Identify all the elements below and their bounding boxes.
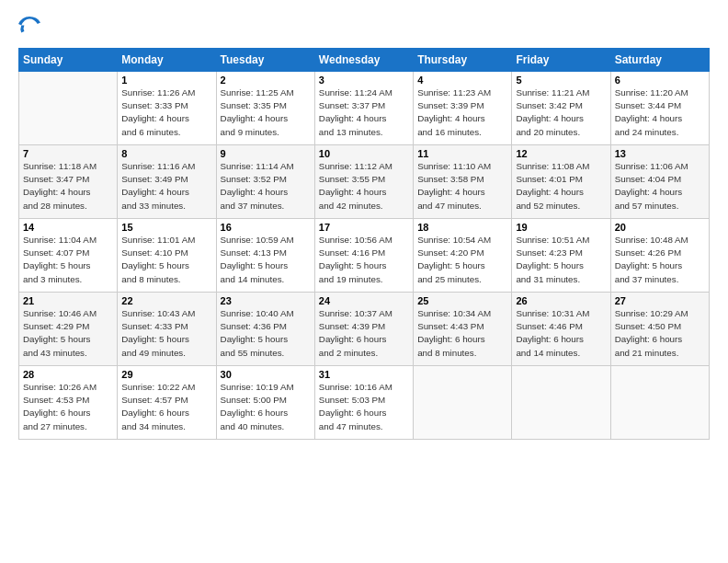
logo-icon: [18, 17, 40, 39]
calendar-header: SundayMondayTuesdayWednesdayThursdayFrid…: [19, 49, 710, 72]
calendar-cell: 29Sunrise: 10:22 AMSunset: 4:57 PMDaylig…: [118, 366, 216, 440]
day-info: Sunrise: 10:19 AMSunset: 5:00 PMDaylight…: [221, 381, 311, 433]
calendar-cell: 12Sunrise: 11:08 AMSunset: 4:01 PMDaylig…: [512, 145, 610, 219]
calendar-cell: 23Sunrise: 10:40 AMSunset: 4:36 PMDaylig…: [216, 293, 314, 366]
calendar-week-row: 21Sunrise: 10:46 AMSunset: 4:29 PMDaylig…: [19, 293, 710, 366]
calendar-cell: [610, 366, 709, 440]
calendar-week-row: 28Sunrise: 10:26 AMSunset: 4:53 PMDaylig…: [19, 366, 710, 440]
day-number: 3: [319, 75, 409, 86]
calendar-cell: 4Sunrise: 11:23 AMSunset: 3:39 PMDayligh…: [414, 72, 512, 145]
day-number: 17: [319, 222, 409, 233]
calendar-cell: 16Sunrise: 10:59 AMSunset: 4:13 PMDaylig…: [216, 219, 314, 293]
day-info: Sunrise: 10:29 AMSunset: 4:50 PMDaylight…: [615, 307, 705, 360]
calendar-cell: 18Sunrise: 10:54 AMSunset: 4:20 PMDaylig…: [414, 219, 512, 293]
day-info: Sunrise: 10:40 AMSunset: 4:36 PMDaylight…: [221, 307, 311, 360]
day-info: Sunrise: 10:34 AMSunset: 4:43 PMDaylight…: [417, 307, 507, 360]
calendar-cell: 9Sunrise: 11:14 AMSunset: 3:52 PMDayligh…: [216, 145, 314, 219]
day-info: Sunrise: 11:12 AMSunset: 3:55 PMDaylight…: [319, 160, 409, 213]
calendar-cell: 31Sunrise: 10:16 AMSunset: 5:03 PMDaylig…: [314, 366, 413, 440]
day-info: Sunrise: 11:01 AMSunset: 4:10 PMDaylight…: [121, 234, 211, 286]
calendar-week-row: 14Sunrise: 11:04 AMSunset: 4:07 PMDaylig…: [19, 219, 710, 293]
calendar-cell: 7Sunrise: 11:18 AMSunset: 3:47 PMDayligh…: [19, 145, 118, 219]
calendar-cell: 28Sunrise: 10:26 AMSunset: 4:53 PMDaylig…: [19, 366, 118, 440]
day-number: 28: [23, 369, 113, 380]
calendar-cell: 14Sunrise: 11:04 AMSunset: 4:07 PMDaylig…: [19, 219, 118, 293]
calendar-cell: 22Sunrise: 10:43 AMSunset: 4:33 PMDaylig…: [118, 293, 216, 366]
day-info: Sunrise: 10:56 AMSunset: 4:16 PMDaylight…: [319, 234, 409, 286]
day-number: 6: [615, 75, 705, 86]
day-number: 24: [319, 295, 409, 306]
calendar-cell: 21Sunrise: 10:46 AMSunset: 4:29 PMDaylig…: [19, 293, 118, 366]
day-number: 26: [516, 295, 606, 306]
day-number: 23: [221, 295, 311, 306]
calendar-cell: 15Sunrise: 11:01 AMSunset: 4:10 PMDaylig…: [118, 219, 216, 293]
day-info: Sunrise: 11:21 AMSunset: 3:42 PMDaylight…: [516, 86, 606, 139]
calendar-cell: 25Sunrise: 10:34 AMSunset: 4:43 PMDaylig…: [414, 293, 512, 366]
logo: [18, 17, 44, 39]
day-number: 21: [23, 295, 113, 306]
day-info: Sunrise: 11:16 AMSunset: 3:49 PMDaylight…: [121, 160, 211, 213]
header-day: Tuesday: [216, 49, 314, 72]
day-number: 4: [417, 75, 507, 86]
header-day: Monday: [118, 49, 216, 72]
day-info: Sunrise: 10:59 AMSunset: 4:13 PMDaylight…: [221, 234, 311, 286]
header-day: Wednesday: [314, 49, 413, 72]
calendar-cell: 6Sunrise: 11:20 AMSunset: 3:44 PMDayligh…: [610, 72, 709, 145]
calendar-cell: 3Sunrise: 11:24 AMSunset: 3:37 PMDayligh…: [314, 72, 413, 145]
calendar-cell: 27Sunrise: 10:29 AMSunset: 4:50 PMDaylig…: [610, 293, 709, 366]
day-info: Sunrise: 11:14 AMSunset: 3:52 PMDaylight…: [221, 160, 311, 213]
day-info: Sunrise: 11:23 AMSunset: 3:39 PMDaylight…: [417, 86, 507, 139]
day-number: 8: [121, 148, 211, 159]
day-number: 9: [221, 148, 311, 159]
day-number: 30: [221, 369, 311, 380]
day-number: 16: [221, 222, 311, 233]
header-row: SundayMondayTuesdayWednesdayThursdayFrid…: [19, 49, 710, 72]
day-number: 5: [516, 75, 606, 86]
calendar-cell: 30Sunrise: 10:19 AMSunset: 5:00 PMDaylig…: [216, 366, 314, 440]
day-info: Sunrise: 10:16 AMSunset: 5:03 PMDaylight…: [319, 381, 409, 433]
day-number: 13: [615, 148, 705, 159]
day-info: Sunrise: 10:37 AMSunset: 4:39 PMDaylight…: [319, 307, 409, 360]
calendar-week-row: 7Sunrise: 11:18 AMSunset: 3:47 PMDayligh…: [19, 145, 710, 219]
page-container: SundayMondayTuesdayWednesdayThursdayFrid…: [0, 0, 728, 449]
day-info: Sunrise: 11:08 AMSunset: 4:01 PMDaylight…: [516, 160, 606, 213]
day-info: Sunrise: 11:04 AMSunset: 4:07 PMDaylight…: [23, 234, 113, 286]
day-number: 7: [23, 148, 113, 159]
day-number: 14: [23, 222, 113, 233]
day-number: 27: [615, 295, 705, 306]
calendar-cell: 11Sunrise: 11:10 AMSunset: 3:58 PMDaylig…: [414, 145, 512, 219]
day-number: 11: [417, 148, 507, 159]
day-number: 18: [417, 222, 507, 233]
day-info: Sunrise: 10:48 AMSunset: 4:26 PMDaylight…: [615, 234, 705, 286]
calendar-body: 1Sunrise: 11:26 AMSunset: 3:33 PMDayligh…: [19, 72, 710, 440]
header-day: Thursday: [414, 49, 512, 72]
day-info: Sunrise: 10:43 AMSunset: 4:33 PMDaylight…: [121, 307, 211, 360]
day-info: Sunrise: 10:51 AMSunset: 4:23 PMDaylight…: [516, 234, 606, 286]
day-info: Sunrise: 10:26 AMSunset: 4:53 PMDaylight…: [23, 381, 113, 433]
calendar-cell: 17Sunrise: 10:56 AMSunset: 4:16 PMDaylig…: [314, 219, 413, 293]
calendar-table: SundayMondayTuesdayWednesdayThursdayFrid…: [18, 48, 710, 440]
calendar-cell: 8Sunrise: 11:16 AMSunset: 3:49 PMDayligh…: [118, 145, 216, 219]
day-number: 22: [121, 295, 211, 306]
page-header: [18, 17, 710, 39]
day-info: Sunrise: 10:54 AMSunset: 4:20 PMDaylight…: [417, 234, 507, 286]
header-day: Saturday: [610, 49, 709, 72]
day-number: 15: [121, 222, 211, 233]
calendar-cell: 13Sunrise: 11:06 AMSunset: 4:04 PMDaylig…: [610, 145, 709, 219]
day-number: 2: [221, 75, 311, 86]
day-info: Sunrise: 11:10 AMSunset: 3:58 PMDaylight…: [417, 160, 507, 213]
header-day: Sunday: [19, 49, 118, 72]
day-info: Sunrise: 11:18 AMSunset: 3:47 PMDaylight…: [23, 160, 113, 213]
calendar-cell: [512, 366, 610, 440]
day-info: Sunrise: 10:46 AMSunset: 4:29 PMDaylight…: [23, 307, 113, 360]
calendar-cell: 1Sunrise: 11:26 AMSunset: 3:33 PMDayligh…: [118, 72, 216, 145]
calendar-week-row: 1Sunrise: 11:26 AMSunset: 3:33 PMDayligh…: [19, 72, 710, 145]
day-number: 25: [417, 295, 507, 306]
calendar-cell: 5Sunrise: 11:21 AMSunset: 3:42 PMDayligh…: [512, 72, 610, 145]
day-info: Sunrise: 11:25 AMSunset: 3:35 PMDaylight…: [221, 86, 311, 139]
calendar-cell: 26Sunrise: 10:31 AMSunset: 4:46 PMDaylig…: [512, 293, 610, 366]
day-info: Sunrise: 11:06 AMSunset: 4:04 PMDaylight…: [615, 160, 705, 213]
day-number: 29: [121, 369, 211, 380]
day-number: 12: [516, 148, 606, 159]
day-number: 20: [615, 222, 705, 233]
